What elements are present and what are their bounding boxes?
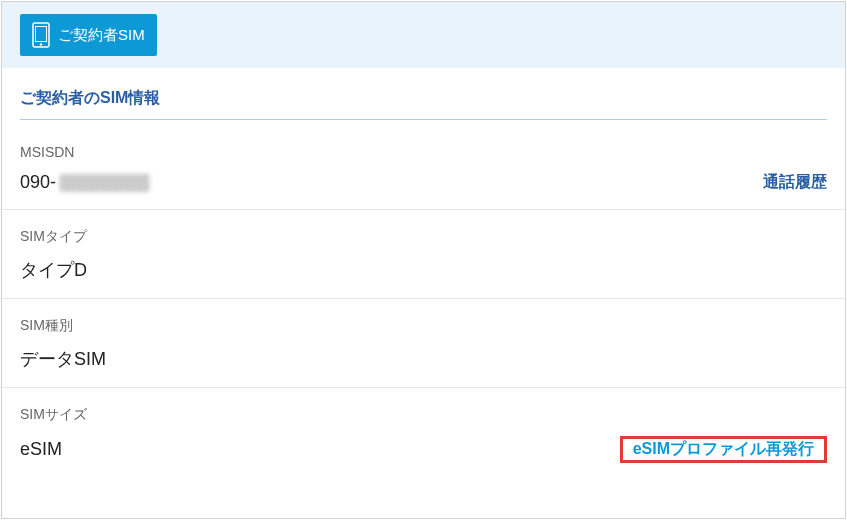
tab-bar: ご契約者SIM	[2, 2, 845, 68]
contractor-sim-tab[interactable]: ご契約者SIM	[20, 14, 157, 56]
sim-size-label: SIMサイズ	[20, 406, 827, 424]
phone-icon	[32, 22, 50, 48]
field-sim-category: SIM種別 データSIM	[2, 299, 845, 388]
call-history-link[interactable]: 通話履歴	[763, 172, 827, 193]
field-sim-type: SIMタイプ タイプD	[2, 210, 845, 299]
svg-point-2	[40, 43, 42, 45]
esim-reissue-link[interactable]: eSIMプロファイル再発行	[623, 432, 824, 465]
sim-info-panel: ご契約者SIM ご契約者のSIM情報 MSISDN 090- 通話履歴 SIMタ…	[1, 1, 846, 519]
sim-type-label: SIMタイプ	[20, 228, 827, 246]
sim-category-value: データSIM	[20, 347, 106, 371]
msisdn-prefix: 090-	[20, 172, 56, 193]
msisdn-label: MSISDN	[20, 144, 827, 160]
sim-type-value: タイプD	[20, 258, 87, 282]
esim-reissue-highlight: eSIMプロファイル再発行	[620, 436, 827, 463]
section-title: ご契約者のSIM情報	[2, 68, 845, 119]
field-sim-size: SIMサイズ eSIM eSIMプロファイル再発行	[2, 388, 845, 479]
msisdn-value: 090-	[20, 172, 150, 193]
section-divider	[20, 119, 827, 120]
svg-rect-1	[36, 27, 47, 42]
field-msisdn: MSISDN 090- 通話履歴	[2, 126, 845, 210]
msisdn-redacted	[60, 174, 150, 192]
sim-category-label: SIM種別	[20, 317, 827, 335]
tab-label: ご契約者SIM	[58, 26, 145, 45]
sim-size-value: eSIM	[20, 439, 62, 460]
